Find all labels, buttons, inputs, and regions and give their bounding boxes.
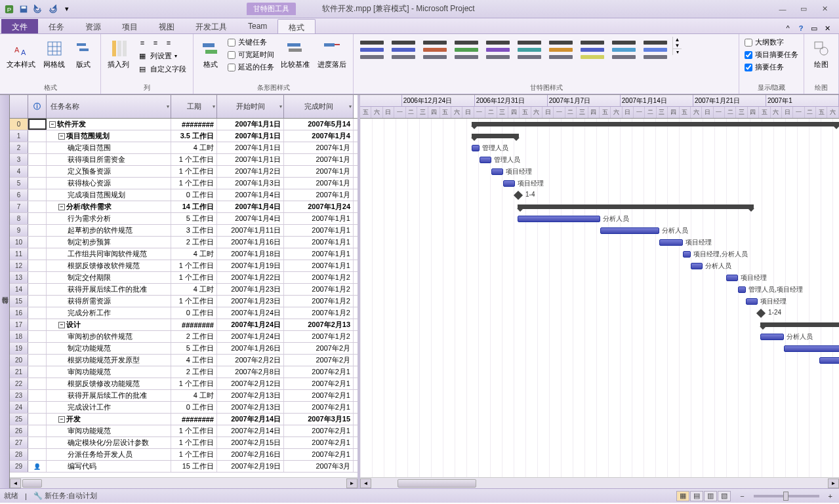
- table-row[interactable]: 12根据反馈修改软件规范1 个工作日2007年1月19日2007年1月1: [10, 260, 358, 272]
- view-usage[interactable]: ▤: [690, 491, 703, 501]
- task-bar[interactable]: [480, 157, 491, 163]
- task-bar[interactable]: [760, 334, 784, 340]
- table-row[interactable]: 13制定交付期限1 个工作日2007年1月22日2007年1月2: [10, 272, 358, 284]
- view-team[interactable]: ▥: [704, 491, 717, 501]
- tab-resource[interactable]: 资源: [75, 19, 112, 33]
- insert-column-button[interactable]: 插入列: [105, 37, 132, 69]
- outline-number-checkbox[interactable]: 大纲数字: [743, 37, 800, 48]
- qat-customize-icon[interactable]: ▾: [60, 3, 73, 16]
- task-bar[interactable]: [518, 216, 600, 222]
- task-bar[interactable]: [472, 145, 480, 151]
- table-row[interactable]: 3获得项目所需资金1 个工作日2007年1月1日2007年1月: [10, 154, 358, 166]
- view-gantt[interactable]: ▦: [676, 491, 689, 501]
- minimize-ribbon-icon[interactable]: ^: [783, 23, 793, 33]
- table-row[interactable]: 24完成设计工作0 工作日2007年2月13日2007年2月1: [10, 402, 358, 414]
- table-row[interactable]: 7−分析/软件需求14 工作日2007年1月4日2007年1月24: [10, 201, 358, 213]
- table-row[interactable]: 10制定初步预算2 工作日2007年1月16日2007年1月1: [10, 237, 358, 248]
- table-row[interactable]: 16完成分析工作0 工作日2007年1月24日2007年1月2: [10, 307, 358, 319]
- close-doc-icon[interactable]: ✕: [822, 23, 832, 33]
- gantt-style-6[interactable]: [546, 37, 575, 63]
- select-all-corner[interactable]: [10, 95, 28, 118]
- gantt-style-7[interactable]: [578, 37, 607, 63]
- minimize-icon[interactable]: —: [775, 3, 790, 15]
- task-bar[interactable]: [659, 239, 683, 246]
- col-start[interactable]: 开始时间▾: [217, 95, 284, 118]
- tab-task[interactable]: 任务: [38, 19, 75, 33]
- table-row[interactable]: 28分派任务给开发人员1 个工作日2007年2月16日2007年2月1: [10, 449, 358, 461]
- format-button[interactable]: 格式: [197, 37, 224, 69]
- table-row[interactable]: 17−设计########2007年1月24日2007年2月13: [10, 319, 358, 331]
- table-row[interactable]: 29👤编写代码15 工作日2007年2月19日2007年3月: [10, 461, 358, 473]
- milestone[interactable]: [756, 309, 766, 318]
- task-bar[interactable]: [746, 298, 758, 305]
- table-row[interactable]: 0−软件开发########2007年1月1日2007年5月14: [10, 119, 358, 130]
- layout-button[interactable]: 版式: [70, 37, 96, 69]
- table-row[interactable]: 20根据功能规范开发原型4 工作日2007年2月2日2007年2月: [10, 355, 358, 366]
- task-bar[interactable]: [738, 286, 746, 293]
- summary-bar[interactable]: [472, 134, 519, 138]
- tab-format[interactable]: 格式: [277, 19, 316, 33]
- table-row[interactable]: 4定义预备资源1 个工作日2007年1月2日2007年1月: [10, 166, 358, 178]
- gantt-style-5[interactable]: [515, 37, 544, 63]
- undo-icon[interactable]: [31, 3, 45, 16]
- table-row[interactable]: 14获得开展后续工作的批准4 工时2007年1月23日2007年1月2: [10, 284, 358, 296]
- table-row[interactable]: 11工作组共同审阅软件规范4 工时2007年1月18日2007年1月1: [10, 248, 358, 260]
- app-icon[interactable]: P: [3, 3, 16, 16]
- task-bar[interactable]: [683, 251, 691, 258]
- zoom-in[interactable]: +: [826, 492, 835, 500]
- summary-bar[interactable]: [472, 122, 839, 126]
- col-task-name[interactable]: 任务名称▾: [47, 95, 171, 118]
- view-bar[interactable]: 甘特图: [0, 95, 10, 488]
- restore-window-icon[interactable]: ▭: [809, 23, 819, 33]
- save-icon[interactable]: [17, 3, 30, 16]
- gantt-style-1[interactable]: [389, 37, 418, 63]
- tab-team[interactable]: Team: [237, 19, 277, 33]
- zoom-out[interactable]: −: [737, 492, 747, 500]
- tab-view[interactable]: 视图: [148, 19, 185, 33]
- maximize-icon[interactable]: ▭: [796, 3, 811, 15]
- align-buttons[interactable]: ≡≡≡: [134, 37, 189, 48]
- gantt-style-8[interactable]: [609, 37, 638, 63]
- table-row[interactable]: 8行为需求分析5 工作日2007年1月4日2007年1月1: [10, 213, 358, 225]
- critical-tasks-checkbox[interactable]: 关键任务: [226, 37, 276, 48]
- tab-project[interactable]: 项目: [112, 19, 148, 33]
- gridlines-button[interactable]: 网格线: [41, 37, 68, 69]
- table-row[interactable]: 19制定功能规范5 工作日2007年1月26日2007年2月: [10, 343, 358, 355]
- file-tab[interactable]: 文件: [1, 19, 38, 33]
- table-row[interactable]: 26审阅功能规范1 个工作日2007年2月14日2007年2月1: [10, 425, 358, 437]
- table-row[interactable]: 9起草初步的软件规范3 工作日2007年1月11日2007年1月1: [10, 225, 358, 237]
- task-bar[interactable]: [503, 180, 515, 187]
- table-hscroll[interactable]: ◄►: [10, 477, 358, 488]
- table-row[interactable]: 22根据反馈修改功能规范1 个工作日2007年2月12日2007年2月1: [10, 378, 358, 390]
- table-body[interactable]: 0−软件开发########2007年1月1日2007年5月141−项目范围规划…: [10, 119, 358, 477]
- table-row[interactable]: 1−项目范围规划3.5 工作日2007年1月1日2007年1月4: [10, 130, 358, 142]
- gantt-style-4[interactable]: [483, 37, 512, 63]
- help-icon[interactable]: ?: [796, 23, 806, 33]
- col-indicator[interactable]: ⓘ: [28, 95, 47, 118]
- gantt-hscroll[interactable]: ◄►: [360, 477, 839, 488]
- slippage-button[interactable]: 进度落后: [315, 37, 349, 69]
- tab-devtools[interactable]: 开发工具: [185, 19, 237, 33]
- zoom-slider[interactable]: [754, 495, 819, 497]
- task-bar[interactable]: [819, 357, 839, 364]
- table-row[interactable]: 18审阅初步的软件规范2 工作日2007年1月24日2007年1月2: [10, 331, 358, 343]
- table-row[interactable]: 15获得所需资源1 个工作日2007年1月23日2007年1月2: [10, 296, 358, 307]
- col-finish[interactable]: 完成时间▾: [284, 95, 354, 118]
- view-resource[interactable]: ▧: [718, 491, 731, 501]
- table-row[interactable]: 21审阅功能规范2 工作日2007年2月8日2007年2月1: [10, 366, 358, 378]
- table-row[interactable]: 27确定模块化/分层设计参数1 个工作日2007年2月15日2007年2月1: [10, 437, 358, 449]
- gantt-body[interactable]: 管理人员管理人员项目经理项目经理1-4分析人员分析人员项目经理项目经理,分析人员…: [360, 119, 839, 477]
- close-icon[interactable]: ✕: [817, 3, 832, 15]
- drawing-button[interactable]: 绘图: [808, 37, 834, 69]
- gantt-style-2[interactable]: [420, 37, 449, 63]
- slack-checkbox[interactable]: 可宽延时间: [226, 49, 276, 60]
- project-summary-checkbox[interactable]: 项目摘要任务: [743, 49, 800, 60]
- task-bar[interactable]: [691, 263, 703, 269]
- gantt-style-3[interactable]: [452, 37, 481, 63]
- custom-fields-button[interactable]: ▤自定义字段: [134, 63, 189, 75]
- task-bar[interactable]: [726, 275, 738, 281]
- summary-bar[interactable]: [518, 204, 754, 209]
- table-row[interactable]: 23获得开展后续工作的批准4 工时2007年2月13日2007年2月1: [10, 390, 358, 402]
- col-duration[interactable]: 工期▾: [171, 95, 217, 118]
- gantt-style-9[interactable]: [641, 37, 670, 63]
